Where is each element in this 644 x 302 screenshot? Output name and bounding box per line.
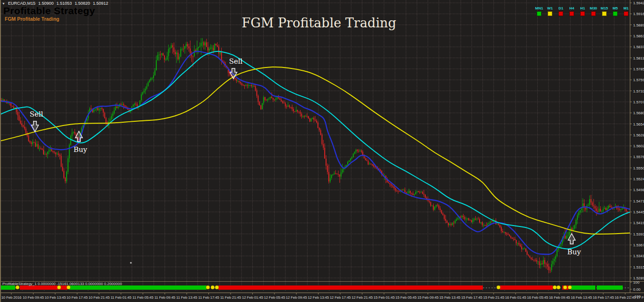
brand-watermark: FGM Profitable Trading [5, 16, 60, 22]
time-axis-label: 12 Feb 09:45 [286, 295, 307, 300]
indicator-scale-label: 0.00 [633, 287, 641, 292]
indicator-segment-green [1, 285, 15, 290]
time-axis-label: 16 Feb 05:45 [527, 295, 548, 300]
price-axis-label: 1.59160 [633, 12, 644, 16]
time-axis-label: 12 Feb 21:45 [352, 295, 373, 300]
tf-button-label: H4 [569, 6, 574, 10]
price-axis-label: 1.56285 [633, 133, 644, 137]
time-axis-label: 15 Feb 05:45 [395, 295, 417, 300]
signal-label: Buy [73, 145, 87, 154]
time-axis-label: 12 Feb 05:45 [264, 295, 285, 300]
price-axis-label: 1.56805 [633, 111, 644, 115]
time-axis-label: 11 Feb 13:45 [176, 295, 197, 300]
price-axis-label: 1.53410 [633, 254, 644, 258]
indicator-signal-dot [563, 285, 567, 289]
indicator-signal-dot [57, 285, 61, 289]
tf-button-H1[interactable]: H1 [578, 6, 587, 16]
price-axis-label: 1.58635 [633, 34, 644, 38]
price-axis-label: 1.53150 [633, 265, 644, 269]
indicator-segment-green [69, 285, 206, 290]
tf-button-label: M30 [590, 6, 597, 10]
price-axis-label: 1.57330 [633, 89, 644, 93]
indicator-values-label: ProfitableStrategy_1 0.0000000 -15161.06… [2, 282, 122, 286]
tf-button-M30[interactable]: M30 [589, 6, 598, 16]
chart-background [0, 0, 644, 302]
chart-title: FGM Profitable Trading [242, 16, 396, 30]
tf-button-MN1[interactable]: MN1 [534, 6, 544, 16]
time-axis-label: 11 Feb 01:45 [111, 295, 132, 300]
time-axis-label: 16 Feb 13:45 [571, 295, 592, 300]
indicator-segment-red [218, 285, 483, 290]
tf-button-label: M15 [601, 6, 608, 10]
price-close: 1.50912 [93, 1, 109, 6]
indicator-scale-label: 100 [633, 280, 640, 285]
price-axis-label: 1.56025 [633, 144, 644, 148]
price-axis-label: 1.55240 [633, 177, 644, 181]
tf-state-square [548, 11, 552, 16]
price-axis-label: 1.53670 [633, 243, 644, 247]
time-axis-label: 15 Feb 01:45 [373, 295, 395, 300]
time-axis-label: 10 Feb 13:45 [44, 295, 66, 300]
time-axis-label: 11 Feb 17:45 [198, 295, 220, 300]
tf-button-label: H1 [580, 6, 585, 10]
tf-state-square [580, 11, 585, 16]
price-axis-label: 1.55500 [633, 166, 644, 170]
signal-label: Sell [30, 110, 43, 118]
tf-button-M5[interactable]: M5 [610, 6, 620, 16]
tf-state-square [569, 11, 574, 16]
time-axis-label: 10 Feb 21:45 [88, 295, 110, 300]
indicator-segment-red [500, 285, 553, 290]
time-axis-label: 12 Feb 01:45 [242, 295, 263, 300]
price-axis-label: 1.54195 [633, 221, 644, 225]
indicator-signal-dot [16, 285, 19, 289]
indicator-segment-green [597, 285, 623, 290]
mt4-chart-window: SellBuySellBuy1.594201.591601.588951.586… [0, 0, 644, 302]
indicator-signal-dot [211, 285, 215, 289]
time-axis-label: 16 Feb 01:45 [505, 295, 526, 300]
indicator-signal-dot [557, 285, 560, 289]
time-axis-label: 11 Feb 21:45 [220, 295, 241, 300]
time-axis-label: 10 Feb 09:45 [23, 295, 44, 300]
tf-state-square [613, 11, 618, 16]
time-axis-label: 12 Feb 13:45 [308, 295, 329, 300]
time-axis-label: 12 Feb 17:45 [330, 295, 351, 300]
price-axis-label: 1.57070 [633, 100, 644, 104]
tf-button-label: M1 [623, 6, 628, 10]
tf-state-square [558, 11, 563, 16]
tf-button-label: M5 [612, 6, 618, 10]
tf-button-M1[interactable]: M1 [621, 6, 631, 16]
tf-state-square [537, 11, 541, 16]
signal-label: Buy [567, 248, 581, 256]
indicator-signal-dot [67, 285, 70, 289]
chart-area[interactable]: SellBuySellBuy1.594201.591601.588951.586… [0, 0, 644, 302]
time-axis-label: 10 Feb 2016 [1, 295, 22, 300]
indicator-scale-label: -100 [633, 294, 641, 299]
time-axis-label: 11 Feb 05:45 [132, 295, 154, 300]
tf-state-square [624, 11, 628, 16]
price-axis-label: 1.52890 [633, 276, 644, 280]
indicator-signal-dot [215, 285, 219, 289]
tf-button-M15[interactable]: M15 [600, 6, 609, 16]
price-axis-label: 1.54980 [633, 188, 644, 192]
tf-button-label: W1 [547, 6, 553, 10]
price-axis-label: 1.55760 [633, 155, 644, 159]
time-axis-label: 16 Feb 17:45 [592, 295, 614, 300]
tf-state-square [591, 11, 596, 16]
symbol-dropdown-icon[interactable]: ▼ [2, 2, 5, 5]
strategy-watermark: Profitable Strategy [3, 5, 95, 17]
tf-button-W1[interactable]: W1 [545, 6, 555, 16]
indicator-signal-dot [553, 285, 557, 289]
tf-button-label: D1 [558, 6, 563, 10]
time-axis-label: 15 Feb 17:45 [461, 295, 482, 300]
indicator-signal-dot [206, 285, 210, 289]
price-axis-label: 1.58895 [633, 23, 644, 27]
time-axis-label: 15 Feb 09:45 [417, 295, 438, 300]
signal-label: Sell [229, 57, 243, 66]
tf-button-label: MN1 [535, 6, 543, 10]
tf-button-H4[interactable]: H4 [567, 6, 576, 16]
tf-button-D1[interactable]: D1 [556, 6, 566, 16]
price-axis-label: 1.58115 [633, 56, 644, 60]
time-axis-label: 15 Feb 21:45 [483, 295, 504, 300]
price-axis-label: 1.57590 [633, 78, 644, 82]
time-axis-label: 11 Feb 09:45 [155, 295, 176, 300]
